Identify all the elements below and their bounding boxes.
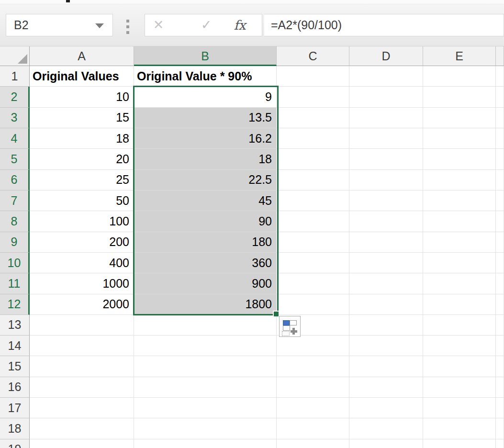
cell-B15[interactable] <box>134 356 277 377</box>
cell-partial3[interactable] <box>496 108 504 128</box>
cell-partial19[interactable] <box>496 439 504 448</box>
cell-E19[interactable] <box>423 439 496 448</box>
cell-D16[interactable] <box>349 377 423 398</box>
name-box-dropdown-icon[interactable] <box>95 23 104 28</box>
row-header-2[interactable]: 2 <box>0 87 30 107</box>
cell-E8[interactable] <box>423 211 496 232</box>
cell-D14[interactable] <box>349 336 423 356</box>
row-header-17[interactable]: 17 <box>0 398 30 418</box>
cell-C8[interactable] <box>277 211 349 232</box>
cell-E16[interactable] <box>423 377 496 398</box>
cell-partial12[interactable] <box>496 294 504 315</box>
cell-B1[interactable]: Original Value * 90% <box>134 66 277 87</box>
cell-E9[interactable] <box>423 232 496 253</box>
cell-D7[interactable] <box>349 190 423 211</box>
cell-partial17[interactable] <box>496 398 504 418</box>
row-header-10[interactable]: 10 <box>0 253 30 273</box>
cell-partial11[interactable] <box>496 273 504 294</box>
cell-partial10[interactable] <box>496 253 504 273</box>
cell-C16[interactable] <box>277 377 349 398</box>
cell-A4[interactable]: 18 <box>30 128 134 149</box>
cell-D1[interactable] <box>349 66 423 87</box>
cell-A14[interactable] <box>30 336 134 356</box>
cell-partial8[interactable] <box>496 211 504 232</box>
row-header-13[interactable]: 13 <box>0 315 30 336</box>
cell-B14[interactable] <box>134 336 277 356</box>
cell-B17[interactable] <box>134 398 277 418</box>
cell-D4[interactable] <box>349 128 423 149</box>
cell-D12[interactable] <box>349 294 423 315</box>
cell-partial9[interactable] <box>496 232 504 253</box>
row-header-5[interactable]: 5 <box>0 149 30 169</box>
cell-D5[interactable] <box>349 149 423 169</box>
row-header-9[interactable]: 9 <box>0 232 30 253</box>
cell-E1[interactable] <box>423 66 496 87</box>
cell-D11[interactable] <box>349 273 423 294</box>
col-header-E[interactable]: E <box>423 46 496 66</box>
cell-E7[interactable] <box>423 190 496 211</box>
cell-B8[interactable]: 90 <box>134 211 277 232</box>
row-header-15[interactable]: 15 <box>0 356 30 377</box>
col-header-partial[interactable] <box>496 46 504 66</box>
select-all-corner[interactable] <box>0 46 30 66</box>
cell-A2[interactable]: 10 <box>30 87 134 107</box>
cell-E6[interactable] <box>423 170 496 190</box>
col-header-D[interactable]: D <box>349 46 423 66</box>
cell-B10[interactable]: 360 <box>134 253 277 273</box>
cell-B5[interactable]: 18 <box>134 149 277 169</box>
cell-B6[interactable]: 22.5 <box>134 170 277 190</box>
cell-D13[interactable] <box>349 315 423 336</box>
cell-A6[interactable]: 25 <box>30 170 134 190</box>
cell-partial13[interactable] <box>496 315 504 336</box>
cell-E11[interactable] <box>423 273 496 294</box>
col-header-B[interactable]: B <box>134 46 277 66</box>
cell-B11[interactable]: 900 <box>134 273 277 294</box>
row-header-16[interactable]: 16 <box>0 377 30 398</box>
cell-B9[interactable]: 180 <box>134 232 277 253</box>
cell-C18[interactable] <box>277 418 349 439</box>
cancel-icon[interactable]: ✕ <box>149 14 168 36</box>
cell-A18[interactable] <box>30 418 134 439</box>
cell-B13[interactable] <box>134 315 277 336</box>
cell-E14[interactable] <box>423 336 496 356</box>
cell-D2[interactable] <box>349 87 423 107</box>
cell-partial7[interactable] <box>496 190 504 211</box>
cell-partial16[interactable] <box>496 377 504 398</box>
cell-A12[interactable]: 2000 <box>30 294 134 315</box>
cell-partial1[interactable] <box>496 66 504 87</box>
cell-C6[interactable] <box>277 170 349 190</box>
cell-A3[interactable]: 15 <box>30 108 134 128</box>
enter-icon[interactable]: ✓ <box>197 14 216 36</box>
row-header-18[interactable]: 18 <box>0 418 30 439</box>
row-header-1[interactable]: 1 <box>0 66 30 87</box>
row-header-19[interactable]: 19 <box>0 439 30 448</box>
row-header-6[interactable]: 6 <box>0 170 30 190</box>
cell-E15[interactable] <box>423 356 496 377</box>
cell-A7[interactable]: 50 <box>30 190 134 211</box>
cell-partial18[interactable] <box>496 418 504 439</box>
row-header-8[interactable]: 8 <box>0 211 30 232</box>
row-header-7[interactable]: 7 <box>0 190 30 211</box>
cell-A8[interactable]: 100 <box>30 211 134 232</box>
cell-E5[interactable] <box>423 149 496 169</box>
row-header-12[interactable]: 12 <box>0 294 30 315</box>
cell-A13[interactable] <box>30 315 134 336</box>
cell-B7[interactable]: 45 <box>134 190 277 211</box>
cell-E10[interactable] <box>423 253 496 273</box>
cell-partial14[interactable] <box>496 336 504 356</box>
cell-C9[interactable] <box>277 232 349 253</box>
cell-D8[interactable] <box>349 211 423 232</box>
cell-C11[interactable] <box>277 273 349 294</box>
cell-A10[interactable]: 400 <box>30 253 134 273</box>
insert-function-icon[interactable]: fx <box>230 14 249 36</box>
cell-C5[interactable] <box>277 149 349 169</box>
cell-D10[interactable] <box>349 253 423 273</box>
cell-E12[interactable] <box>423 294 496 315</box>
cell-partial6[interactable] <box>496 170 504 190</box>
cell-C17[interactable] <box>277 398 349 418</box>
cell-B3[interactable]: 13.5 <box>134 108 277 128</box>
cell-A1[interactable]: Original Values <box>30 66 134 87</box>
cell-D18[interactable] <box>349 418 423 439</box>
cell-E2[interactable] <box>423 87 496 107</box>
cell-partial5[interactable] <box>496 149 504 169</box>
